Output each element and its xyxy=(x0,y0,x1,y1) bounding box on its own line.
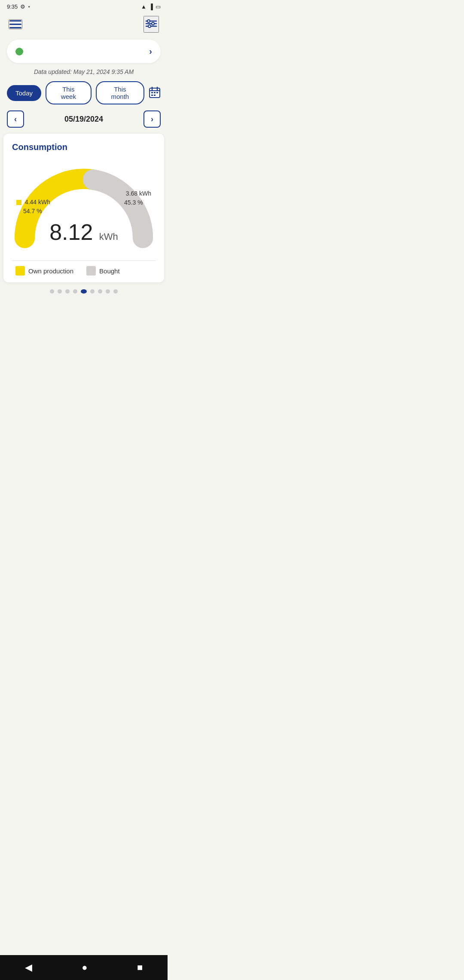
gauge-bought-label: 3.68 kWh 45.3 % xyxy=(117,189,151,207)
svg-point-5 xyxy=(148,25,151,28)
signal-icon: ▐ xyxy=(149,3,153,10)
dot-3[interactable] xyxy=(65,289,70,294)
wifi-icon: ▲ xyxy=(141,3,147,10)
tab-this-month[interactable]: This month xyxy=(96,81,144,104)
calendar-button[interactable] xyxy=(149,86,161,100)
dot-4[interactable] xyxy=(73,289,77,294)
legend-own-production-label: Own production xyxy=(28,267,73,275)
date-navigation: ‹ 05/19/2024 › xyxy=(0,110,168,128)
consumption-card: Consumption 4.44 kWh 54.7 % 3.68 kWh 45.… xyxy=(3,134,164,282)
settings-icon: ⚙ xyxy=(20,3,25,10)
svg-rect-13 xyxy=(151,95,153,96)
tab-this-week[interactable]: This week xyxy=(46,81,92,104)
connection-status-dot xyxy=(15,48,23,55)
dot-6[interactable] xyxy=(90,289,95,294)
dot-7[interactable] xyxy=(98,289,102,294)
svg-rect-14 xyxy=(154,95,156,96)
svg-rect-12 xyxy=(156,92,158,93)
own-production-swatch xyxy=(16,200,21,205)
connection-chevron-icon: › xyxy=(149,46,152,56)
connection-card[interactable]: › xyxy=(7,40,161,63)
svg-rect-10 xyxy=(151,92,153,93)
next-date-button[interactable]: › xyxy=(143,110,161,128)
battery-icon: ▭ xyxy=(156,3,161,10)
period-tabs: Today This week This month xyxy=(0,81,168,104)
prev-date-button[interactable]: ‹ xyxy=(7,110,24,128)
legend-own-production: Own production xyxy=(15,266,73,276)
top-nav xyxy=(0,12,168,36)
dot-1[interactable] xyxy=(50,289,54,294)
legend-bought-swatch xyxy=(86,266,96,276)
legend-bought: Bought xyxy=(86,266,120,276)
filter-settings-button[interactable] xyxy=(143,16,159,33)
bought-value: 3.68 kWh xyxy=(126,190,151,197)
update-timestamp: Data updated: May 21, 2024 9:35 AM xyxy=(0,68,168,75)
dot-5-active[interactable] xyxy=(81,289,87,294)
dot-2[interactable] xyxy=(58,289,62,294)
status-time: 9:35 xyxy=(7,3,18,10)
current-date-label: 05/19/2024 xyxy=(64,115,103,124)
own-production-percent: 54.7 % xyxy=(23,208,42,214)
dot-8[interactable] xyxy=(106,289,110,294)
tab-today[interactable]: Today xyxy=(7,85,41,101)
gauge-total-value: 8.12 kWh xyxy=(49,219,118,245)
status-bar: 9:35 ⚙ ● ▲ ▐ ▭ xyxy=(0,0,168,12)
gauge-container: 4.44 kWh 54.7 % 3.68 kWh 45.3 % 8.12 kWh xyxy=(12,159,156,254)
dot-9[interactable] xyxy=(113,289,118,294)
legend-bought-label: Bought xyxy=(99,267,120,275)
own-production-value: 4.44 kWh xyxy=(25,199,50,205)
menu-button[interactable] xyxy=(9,19,22,29)
legend-own-production-swatch xyxy=(15,266,25,276)
svg-rect-11 xyxy=(154,92,156,93)
notification-dot: ● xyxy=(28,5,30,9)
bought-swatch xyxy=(117,191,122,196)
legend: Own production Bought xyxy=(12,266,156,276)
card-divider xyxy=(12,260,156,261)
consumption-title: Consumption xyxy=(12,142,156,152)
bought-percent: 45.3 % xyxy=(124,199,143,206)
svg-point-3 xyxy=(147,20,150,22)
svg-point-4 xyxy=(152,22,154,25)
pagination-dots xyxy=(0,289,168,294)
gauge-own-production-label: 4.44 kWh 54.7 % xyxy=(16,198,50,216)
